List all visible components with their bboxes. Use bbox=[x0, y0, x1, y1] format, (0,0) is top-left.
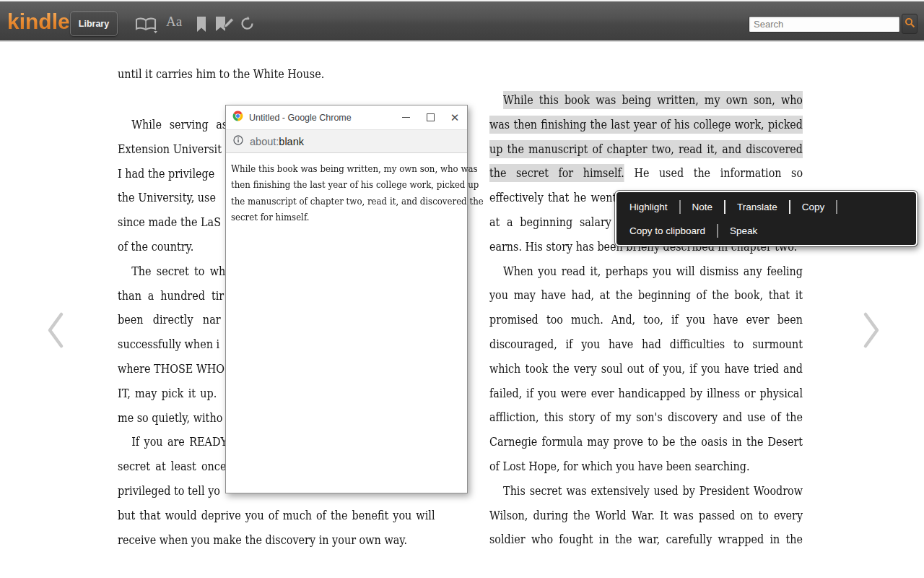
chrome-popup-window: Untitled - Google Chrome ✕ about:blank W… bbox=[225, 105, 468, 493]
menu-separator bbox=[836, 200, 837, 214]
book-text: If you are READY bbox=[131, 435, 227, 449]
book-text: When you read it, perhaps you will dismi… bbox=[503, 264, 803, 278]
maximize-button[interactable] bbox=[418, 105, 443, 129]
book-line: receive when you make the discovery in y… bbox=[118, 530, 435, 550]
context-menu-item-copy[interactable]: Copy bbox=[790, 202, 837, 212]
book-line: affliction, this story of my son's disco… bbox=[489, 407, 803, 427]
book-text: of the country. bbox=[118, 240, 193, 254]
search-icon bbox=[905, 17, 915, 31]
selection-context-menu: HighlightNoteTranslateCopy Copy to clipb… bbox=[615, 191, 918, 246]
book-text: soldier who fought in the war, carefully… bbox=[489, 532, 803, 546]
next-page-chevron-icon[interactable] bbox=[860, 311, 882, 353]
book-line: but that would deprive you of much of th… bbox=[118, 506, 435, 525]
book-text: This secret was extensively used by Pres… bbox=[503, 484, 803, 498]
book-line: of Lost Hope, for which you have been se… bbox=[489, 457, 803, 476]
book-line: This secret was extensively used by Pres… bbox=[489, 481, 803, 501]
book-text: at a beginning salary bbox=[489, 215, 611, 229]
book-text: While serving as bbox=[131, 118, 227, 131]
book-line: Wilson, during the World War. It was pas… bbox=[489, 506, 803, 525]
book-text: Wilson, during the World War. It was pas… bbox=[489, 509, 803, 522]
book-line: When you read it, perhaps you will dismi… bbox=[489, 262, 803, 281]
book-text: receive when you make the discovery in y… bbox=[118, 533, 407, 547]
book-text: affliction, this story of my son's disco… bbox=[489, 410, 803, 424]
book-text: I had the privilege bbox=[118, 167, 214, 181]
search-input[interactable] bbox=[749, 16, 900, 33]
chrome-logo-icon bbox=[232, 111, 243, 124]
book-line: which took the very soul out of you, if … bbox=[489, 359, 803, 379]
selected-text: While this book was being written, my ow… bbox=[503, 91, 803, 109]
url-scheme: about: bbox=[250, 136, 279, 147]
previous-page-chevron-icon[interactable] bbox=[45, 311, 66, 353]
toolbar: kindle Library Aa bbox=[0, 0, 924, 42]
book-text: which took the very soul out of you, if … bbox=[489, 362, 803, 376]
book-text: since made the LaS bbox=[118, 215, 221, 229]
context-menu-item-copy-to-clipboard[interactable]: Copy to clipboard bbox=[618, 225, 717, 236]
book-text: promised too much. And, too, if you have… bbox=[489, 313, 803, 327]
url-text: about:blank bbox=[250, 136, 304, 147]
book-line: you may have had, at the beginning of th… bbox=[489, 285, 803, 305]
context-menu-item-speak[interactable]: Speak bbox=[718, 225, 769, 236]
book-line: up the manuscript of chapter two, read i… bbox=[489, 139, 803, 159]
book-text: than a hundred tir bbox=[118, 289, 224, 303]
kindle-app-window: kindle Library Aa bbox=[0, 0, 924, 578]
book-line: failed, if you were ever handicapped by … bbox=[489, 384, 803, 403]
context-menu-item-highlight[interactable]: Highlight bbox=[618, 202, 679, 212]
book-text: discouraged, if you have had difficultie… bbox=[489, 337, 803, 351]
book-text: secret at least once bbox=[118, 460, 226, 473]
book-line: soldier who fought in the war, carefully… bbox=[489, 530, 803, 549]
book-text: privileged to tell yo bbox=[118, 484, 220, 498]
bookmark-icon[interactable] bbox=[196, 16, 206, 33]
search-button[interactable] bbox=[902, 14, 918, 34]
book-line: Carnegie formula may prove to be the oas… bbox=[489, 432, 803, 452]
library-button-label: Library bbox=[79, 19, 109, 29]
chrome-window-title: Untitled - Google Chrome bbox=[249, 113, 393, 123]
book-line: discouraged, if you have had difficultie… bbox=[489, 335, 803, 354]
url-path: blank bbox=[279, 136, 304, 147]
book-line: was then finishing the last year of his … bbox=[489, 115, 803, 134]
book-text: effectively that he went bbox=[489, 191, 616, 204]
context-menu-item-translate[interactable]: Translate bbox=[725, 202, 789, 212]
context-menu-item-note[interactable]: Note bbox=[681, 202, 725, 212]
minimize-button[interactable] bbox=[393, 105, 418, 129]
book-right-column: While this book was being written, my ow… bbox=[489, 0, 803, 578]
chrome-url-bar[interactable]: about:blank bbox=[226, 129, 467, 153]
book-text: successfully when i bbox=[118, 337, 219, 351]
chrome-page-text-line: While this book was being written, my ow… bbox=[231, 160, 467, 176]
selected-text: the secret for himself. bbox=[489, 164, 624, 182]
selected-text: was then finishing the last year of his … bbox=[489, 116, 803, 134]
maximize-icon bbox=[427, 113, 435, 121]
chrome-page-text: While this book was being written, my ow… bbox=[231, 160, 467, 225]
context-menu-row-1: HighlightNoteTranslateCopy bbox=[618, 195, 915, 219]
kindle-logo: kindle bbox=[7, 9, 70, 34]
context-menu-row-2: Copy to clipboardSpeak bbox=[618, 219, 915, 243]
book-line: promised too much. And, too, if you have… bbox=[489, 310, 803, 329]
font-settings-label: Aa bbox=[166, 14, 182, 30]
book-text: the University, use bbox=[118, 191, 216, 204]
book-text: of Lost Hope, for which you have been se… bbox=[489, 460, 750, 473]
book-line: While this book was being written, my ow… bbox=[489, 90, 803, 110]
book-text: He used the information so bbox=[624, 166, 803, 180]
book-text: where THOSE WHO bbox=[118, 362, 225, 376]
book-text: you may have had, at the beginning of th… bbox=[489, 288, 803, 302]
chrome-page-text-line: then finishing the last year of his coll… bbox=[231, 176, 467, 192]
book-line: the secret for himself. He used the info… bbox=[489, 163, 803, 183]
font-settings-icon[interactable]: Aa bbox=[166, 14, 182, 30]
chrome-window-titlebar[interactable]: Untitled - Google Chrome ✕ bbox=[226, 105, 467, 129]
book-text: IT, may pick it up. bbox=[118, 387, 217, 400]
book-text: failed, if you were ever handicapped by … bbox=[489, 387, 803, 400]
sync-icon[interactable] bbox=[240, 16, 255, 31]
table-of-contents-book-icon[interactable] bbox=[134, 16, 159, 35]
library-button[interactable]: Library bbox=[70, 11, 118, 36]
chrome-page-text-line: the manuscript of chapter two, read it, … bbox=[231, 193, 467, 209]
book-text: Extension Universit bbox=[118, 142, 222, 156]
close-button[interactable]: ✕ bbox=[443, 105, 467, 129]
page-info-icon[interactable] bbox=[233, 135, 243, 148]
book-text: Carnegie formula may prove to be the oas… bbox=[489, 435, 803, 449]
close-icon: ✕ bbox=[450, 111, 460, 124]
book-text: been directly nar bbox=[118, 313, 221, 327]
book-line: until it carries him to the White House. bbox=[118, 64, 435, 84]
book-text: The secret to whi bbox=[131, 264, 229, 278]
book-text: me so quietly, witho bbox=[118, 411, 222, 425]
selected-text: up the manuscript of chapter two, read i… bbox=[489, 140, 803, 158]
notes-marks-icon[interactable] bbox=[215, 16, 234, 33]
